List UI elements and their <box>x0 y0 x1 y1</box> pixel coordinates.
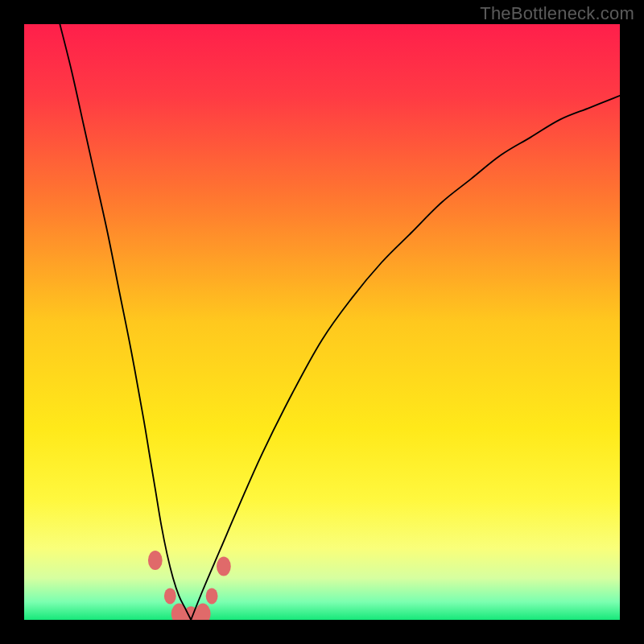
curve-right <box>191 96 620 620</box>
marker-point <box>206 588 218 604</box>
marker-point <box>195 604 210 620</box>
chart-frame: TheBottleneck.com <box>0 0 644 644</box>
marker-point <box>148 551 163 570</box>
curve-left <box>60 24 191 620</box>
watermark-text: TheBottleneck.com <box>480 3 634 24</box>
plot-area <box>24 24 620 620</box>
curve-layer <box>24 24 620 620</box>
marker-point <box>164 588 176 604</box>
marker-point <box>217 556 231 576</box>
markers-group <box>148 551 231 620</box>
